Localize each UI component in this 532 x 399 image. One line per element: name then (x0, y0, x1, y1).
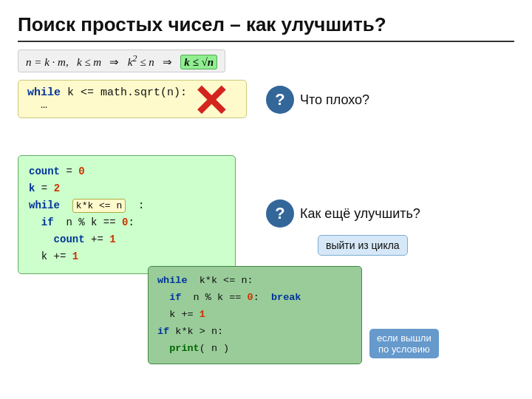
page-title: Поиск простых чисел – как улучшить? (18, 13, 514, 36)
code-line-k-inc: k += 1 (29, 248, 225, 265)
question-bubble-top: ? Что плохо? (266, 86, 369, 114)
while-condition-highlight: k*k <= n (72, 199, 126, 213)
question-mark-bottom: ? (266, 200, 294, 228)
code-line-k-init: k = 2 (29, 180, 225, 197)
question-text-top: Что плохо? (300, 92, 369, 108)
formula-part1: n = k · m, k ≤ m ⇒ k2 ≤ n ⇒ (26, 56, 180, 68)
question-bubble-bottom: ? Как ещё улучшить? (266, 200, 420, 228)
exit-note: выйти из цикла (318, 235, 408, 256)
code-block-bottom: while k*k <= n: if n % k == 0: break k +… (148, 266, 362, 364)
question-mark-top: ? (266, 86, 294, 114)
question-text-bottom: Как ещё улучшить? (300, 206, 420, 222)
code-bottom-line4: if k*k > n: (157, 324, 352, 341)
title-divider (18, 41, 514, 42)
formula-box: n = k · m, k ≤ m ⇒ k2 ≤ n ⇒ k ≤ √n (18, 50, 225, 72)
formula-highlight: k ≤ √n (180, 55, 217, 69)
condition-note-line2: по условию (377, 344, 432, 355)
condition-note: если вышли по условию (369, 329, 439, 358)
code-line-if-mod: if n % k == 0: (29, 214, 225, 231)
code-bottom-line5: print( n ) (157, 341, 352, 358)
condition-note-line1: если вышли (377, 332, 432, 344)
code-line-while-main: while k*k <= n : (29, 197, 225, 214)
red-x-icon: ✕ (192, 80, 229, 124)
code-bottom-line2: if n % k == 0: break (157, 290, 352, 307)
code-line-count-init: count = 0 (29, 163, 225, 180)
code-line-count-inc: count += 1 (29, 231, 225, 248)
code-block-main: count = 0 k = 2 while k*k <= n : if n % … (18, 155, 236, 274)
code-bottom-line1: while k*k <= n: (157, 273, 352, 290)
code-bottom-line3: k += 1 (157, 307, 352, 324)
page: Поиск простых чисел – как улучшить? n = … (0, 0, 532, 399)
